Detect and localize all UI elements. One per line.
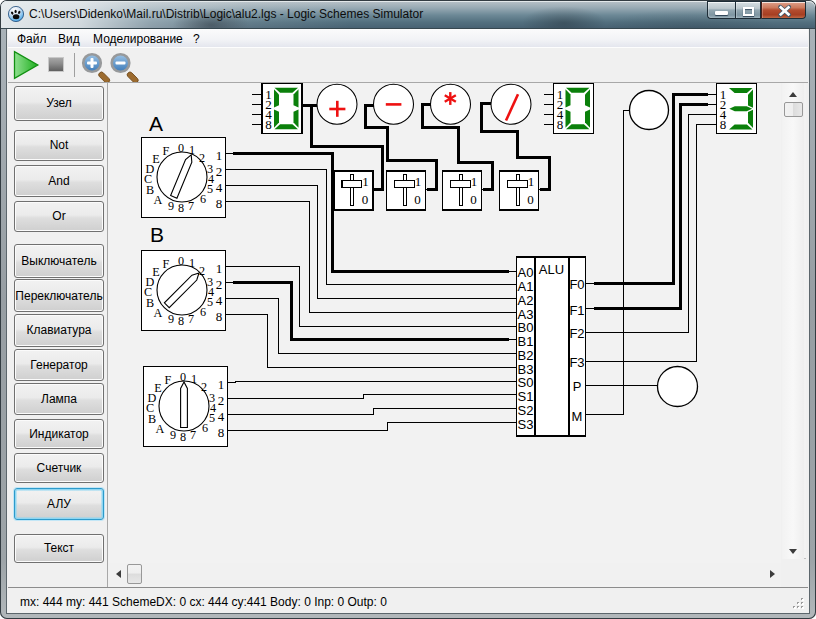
- svg-text:1: 1: [189, 256, 195, 270]
- svg-text:8: 8: [720, 117, 727, 132]
- svg-text:2: 2: [216, 164, 223, 179]
- svg-text:A: A: [154, 306, 163, 320]
- svg-text:F: F: [163, 144, 170, 158]
- svg-text:F: F: [163, 257, 170, 271]
- svg-text:1: 1: [471, 174, 478, 189]
- svg-text:B2: B2: [518, 348, 534, 363]
- svg-text:ALU: ALU: [539, 262, 564, 277]
- svg-text:B1: B1: [518, 334, 534, 349]
- svg-text:A: A: [154, 193, 163, 207]
- svg-text:0: 0: [180, 370, 186, 384]
- svg-text:4: 4: [218, 409, 225, 424]
- svg-text:A: A: [149, 112, 163, 135]
- svg-text:F0: F0: [569, 277, 584, 292]
- svg-text:2: 2: [199, 151, 205, 165]
- svg-text:6: 6: [200, 192, 206, 206]
- svg-text:9: 9: [170, 428, 176, 442]
- svg-text:2: 2: [201, 380, 207, 394]
- svg-text:A: A: [156, 422, 165, 436]
- svg-text:1: 1: [191, 372, 197, 386]
- svg-text:7: 7: [188, 312, 194, 326]
- svg-text:B0: B0: [518, 320, 534, 335]
- svg-text:A2: A2: [518, 293, 534, 308]
- svg-text:A3: A3: [518, 307, 534, 322]
- svg-text:5: 5: [207, 182, 213, 196]
- svg-text:8: 8: [178, 314, 184, 328]
- svg-text:2: 2: [199, 264, 205, 278]
- svg-text:9: 9: [168, 199, 174, 213]
- svg-text:F1: F1: [569, 303, 584, 318]
- svg-text:B: B: [150, 223, 164, 246]
- svg-text:1: 1: [189, 143, 195, 157]
- svg-text:F2: F2: [569, 326, 584, 341]
- svg-text:F3: F3: [569, 355, 584, 370]
- svg-text:8: 8: [218, 425, 225, 440]
- svg-text:0: 0: [178, 254, 184, 268]
- svg-text:0: 0: [414, 192, 421, 207]
- svg-text:4: 4: [216, 180, 223, 195]
- svg-text:0: 0: [470, 192, 477, 207]
- svg-text:1: 1: [218, 377, 225, 392]
- svg-text:E: E: [154, 381, 161, 395]
- svg-text:1: 1: [362, 174, 369, 189]
- svg-text:E: E: [152, 152, 159, 166]
- svg-text:S2: S2: [518, 403, 534, 418]
- svg-text:8: 8: [178, 201, 184, 215]
- svg-text:M: M: [572, 409, 583, 424]
- svg-text:2: 2: [216, 277, 223, 292]
- svg-text:9: 9: [168, 312, 174, 326]
- svg-text:B3: B3: [518, 362, 534, 377]
- svg-text:S0: S0: [518, 375, 534, 390]
- svg-text:8: 8: [216, 309, 223, 324]
- svg-text:8: 8: [180, 430, 186, 444]
- svg-text:F: F: [165, 373, 172, 387]
- svg-text:5: 5: [207, 295, 213, 309]
- svg-text:5: 5: [209, 411, 215, 425]
- svg-text:0: 0: [527, 192, 534, 207]
- svg-text:1: 1: [216, 148, 223, 163]
- svg-text:6: 6: [200, 305, 206, 319]
- svg-text:8: 8: [216, 196, 223, 211]
- svg-text:E: E: [152, 265, 159, 279]
- svg-text:7: 7: [190, 428, 196, 442]
- svg-text:1: 1: [528, 174, 535, 189]
- svg-text:S1: S1: [518, 389, 534, 404]
- svg-text:A0: A0: [518, 265, 534, 280]
- svg-text:4: 4: [216, 293, 223, 308]
- svg-text:P: P: [573, 379, 582, 394]
- svg-text:6: 6: [202, 421, 208, 435]
- svg-text:0: 0: [362, 192, 369, 207]
- svg-text:S3: S3: [518, 417, 534, 432]
- svg-text:2: 2: [218, 393, 225, 408]
- svg-text:1: 1: [415, 174, 422, 189]
- svg-text:1: 1: [216, 261, 223, 276]
- svg-text:A1: A1: [518, 279, 534, 294]
- svg-text:0: 0: [178, 141, 184, 155]
- svg-text:8: 8: [557, 117, 564, 132]
- svg-text:7: 7: [188, 199, 194, 213]
- svg-text:8: 8: [265, 117, 272, 132]
